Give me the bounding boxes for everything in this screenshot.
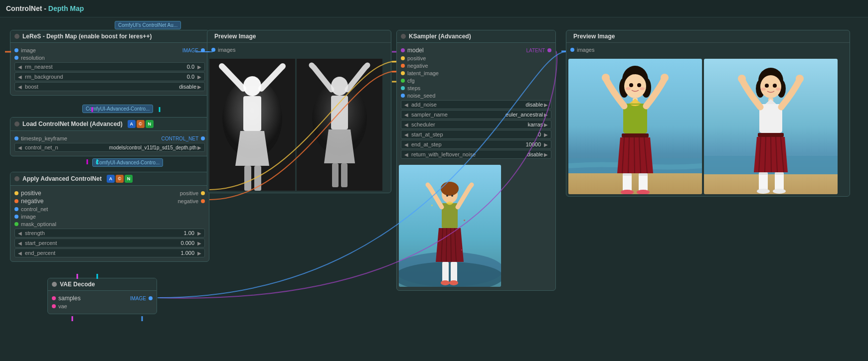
ks-start-step-value: 0	[523, 131, 543, 137]
ks-return-noise-label: return_with_leftover_noise	[409, 151, 478, 157]
port-mask-left: mask_optional	[14, 221, 56, 227]
ks-arrow-right-add-noise[interactable]: ▶	[543, 102, 549, 108]
ks-control-start-step[interactable]: ◀ start_at_step 0 ▶	[401, 130, 551, 139]
svg-rect-82	[759, 172, 768, 175]
advanced-control-badge-2: ComfyUI-Advanced-Contro...	[92, 158, 163, 167]
ks-control-end-step[interactable]: ◀ end_at_step 10000 ▶	[401, 140, 551, 149]
ks-port-steps: steps	[401, 85, 551, 91]
ks-arrow-right-scheduler[interactable]: ▶	[543, 122, 549, 127]
vae-header: VAE Decode	[48, 278, 157, 291]
ks-add-noise-label: add_noise	[409, 102, 478, 108]
apply-controlnet-node: Apply Advanced ControlNet A © N positive…	[10, 172, 209, 262]
svg-point-46	[661, 74, 669, 82]
svg-point-69	[776, 88, 781, 91]
ks-add-noise-value: disable	[478, 102, 543, 108]
arrow-right-rm-background[interactable]: ▶	[196, 74, 202, 80]
control-model-file[interactable]: ◀ control_net_n models/control_v11f1p_sd…	[14, 143, 205, 152]
ks-dot-latent-out	[547, 48, 551, 52]
ks-arrow-left-start-step[interactable]: ◀	[403, 132, 409, 137]
svg-rect-24	[442, 262, 449, 282]
control-model-value: models/control_v11f1p_sd15_depth.pth	[109, 145, 196, 150]
port-dot-positive-in	[14, 191, 18, 195]
ks-port-latent: latent_image	[401, 70, 551, 76]
svg-rect-61	[704, 174, 838, 194]
arrow-left-rm-nearest[interactable]: ◀	[17, 64, 23, 70]
control-strength[interactable]: ◀ strength 1.00 ▶	[14, 229, 205, 238]
arrow-right-rm-nearest[interactable]: ▶	[196, 64, 202, 70]
ks-arrow-right-sampler[interactable]: ▶	[543, 112, 549, 118]
port-images-right-label: images	[577, 47, 594, 53]
svg-rect-30	[436, 244, 437, 245]
ks-control-add-noise[interactable]: ◀ add_noise disable ▶	[401, 100, 551, 109]
preview-right-header: Preview Image	[566, 30, 850, 43]
port-dot-timestep	[14, 136, 18, 140]
ks-arrow-right-start-step[interactable]: ▶	[543, 132, 549, 137]
vae-dot-samples	[52, 296, 56, 300]
arrow-left-boost[interactable]: ◀	[17, 84, 23, 90]
control-boost[interactable]: ◀ boost disable ▶	[14, 82, 205, 91]
arrow-right-end[interactable]: ▶	[196, 250, 202, 256]
svg-point-17	[446, 195, 448, 197]
control-end-percent[interactable]: ◀ end_percent 1.000 ▶	[14, 248, 205, 257]
preview-left-images	[207, 57, 391, 193]
svg-rect-47	[622, 133, 649, 137]
control-rm-background-value: 0.0	[176, 74, 196, 80]
preview-image-right-node: Preview Image images	[566, 30, 850, 197]
ks-arrow-left-end-step[interactable]: ◀	[403, 142, 409, 147]
svg-rect-5	[254, 166, 261, 191]
load-controlnet-title: Load ControlNet Model (Advanced)	[22, 120, 123, 127]
arrow-left-start[interactable]: ◀	[17, 241, 23, 246]
vae-vae-label: vae	[58, 303, 67, 309]
ks-dot-latent	[401, 71, 405, 75]
arrow-right-start[interactable]: ▶	[196, 241, 202, 246]
control-rm-background[interactable]: ◀ rm_background 0.0 ▶	[14, 72, 205, 81]
port-image-type: IMAGE	[182, 48, 198, 53]
ks-control-return-noise[interactable]: ◀ return_with_leftover_noise disable ▶	[401, 150, 551, 159]
ks-dot-model	[401, 48, 405, 52]
leres-node-header: LeReS - Depth Map (enable boost for lere…	[10, 30, 209, 43]
port-negative-right: negative	[177, 198, 205, 205]
title-bar: ControlNet - Depth Map	[0, 0, 868, 17]
control-start-percent[interactable]: ◀ start_percent 0.000 ▶	[14, 239, 205, 247]
control-rm-nearest[interactable]: ◀ rm_nearest 0.0 ▶	[14, 62, 205, 71]
control-boost-label: boost	[23, 84, 112, 90]
svg-point-39	[629, 83, 633, 87]
ks-start-step-label: start_at_step	[409, 131, 523, 137]
ks-port-noise-seed: noise_seed	[401, 93, 551, 99]
ks-arrow-left-sampler[interactable]: ◀	[403, 112, 409, 118]
svg-point-66	[765, 84, 769, 88]
advanced-control-badge-1: ComfyUI-Advanced-Contro...	[82, 105, 153, 113]
ks-arrow-left-scheduler[interactable]: ◀	[403, 122, 409, 127]
ks-dot-noise-seed	[401, 94, 405, 98]
svg-point-40	[637, 83, 641, 87]
ks-control-scheduler[interactable]: ◀ scheduler karras ▶	[401, 120, 551, 129]
arrow-left-strength[interactable]: ◀	[17, 231, 23, 236]
ks-arrow-left-return-noise[interactable]: ◀	[403, 152, 409, 157]
ks-arrow-right-end-step[interactable]: ▶	[543, 142, 549, 147]
load-controlnet-body: timestep_keyframe CONTROL_NET ◀ control_…	[10, 131, 209, 156]
svg-rect-31	[461, 249, 462, 250]
arrow-left-end[interactable]: ◀	[17, 250, 23, 256]
arrow-right-strength[interactable]: ▶	[196, 231, 202, 236]
ks-dot-cfg	[401, 79, 405, 83]
vae-dot-image-out	[149, 296, 153, 300]
arrow-right-boost[interactable]: ▶	[196, 84, 202, 90]
ks-return-noise-value: disable	[478, 152, 543, 157]
arrow-left-model[interactable]: ◀	[17, 145, 23, 150]
svg-line-22	[451, 228, 451, 262]
arrow-right-model[interactable]: ▶	[196, 145, 202, 150]
svg-rect-28	[431, 205, 433, 206]
ks-sampler-value: euler_ancestral	[478, 112, 543, 118]
ks-port-cfg: cfg	[401, 78, 551, 84]
vae-dot	[52, 282, 57, 287]
ks-control-sampler[interactable]: ◀ sampler_name euler_ancestral ▶	[401, 110, 551, 119]
port-timestep-label: timestep_keyframe	[21, 135, 67, 141]
ks-arrow-left-add-noise[interactable]: ◀	[403, 102, 409, 108]
apply-controlnet-body: positive positive negative negative	[10, 186, 209, 261]
ksampler-dot	[401, 34, 406, 39]
svg-point-73	[796, 75, 804, 83]
port-dot-mask	[14, 222, 18, 226]
port-dot-control-net-out	[201, 136, 205, 140]
ks-arrow-right-return-noise[interactable]: ▶	[543, 152, 549, 157]
arrow-left-rm-background[interactable]: ◀	[17, 74, 23, 80]
